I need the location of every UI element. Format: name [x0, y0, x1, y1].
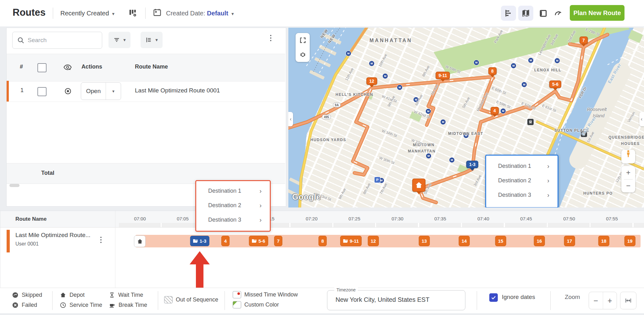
timezone-value: New York City, United States EST	[336, 296, 430, 303]
menu-item-destination-3[interactable]: Destination 3›	[486, 188, 558, 202]
menu-item-destination-1[interactable]: Destination 1›	[196, 184, 270, 198]
map-settings-button[interactable]	[299, 47, 307, 62]
check-icon	[491, 295, 496, 300]
gantt-stop-7[interactable]: 7	[274, 236, 282, 246]
gantt-stop-1-3[interactable]: 1-3	[190, 236, 209, 246]
more-options-kebab[interactable]	[270, 35, 271, 36]
gantt-stop-16[interactable]: 16	[534, 236, 545, 246]
fit-width-icon	[624, 297, 632, 304]
search-box[interactable]	[12, 32, 102, 49]
sort-button[interactable]: ▾	[141, 32, 163, 48]
folder-open-icon	[193, 239, 198, 243]
chevron-down-icon: ▾	[155, 37, 158, 43]
metro-icon: M	[449, 157, 455, 163]
gantt-stop-8[interactable]: 8	[319, 236, 327, 246]
map-marker-9-11[interactable]: 9-11	[436, 72, 450, 82]
ignore-dates-checkbox[interactable]	[489, 293, 498, 302]
custom-color-swatch	[233, 301, 241, 308]
gantt-stop-19[interactable]: 19	[625, 236, 636, 246]
metro-icon: M	[528, 58, 534, 63]
visibility-off-eye-icon[interactable]	[63, 63, 72, 72]
gantt-depot-stop[interactable]	[134, 235, 146, 247]
menu-item-destination-2[interactable]: Destination 2›	[196, 198, 270, 213]
destination-context-menu: Destination 1› Destination 2› Destinatio…	[195, 180, 271, 232]
page-title: Routes	[13, 7, 46, 18]
timeline-view-toggle[interactable]	[501, 6, 516, 21]
pegman-control[interactable]	[621, 150, 635, 163]
coffee-cup-icon	[109, 302, 115, 308]
timezone-field[interactable]: Timezone New York City, United States ES…	[327, 290, 465, 310]
map-depot-marker[interactable]	[412, 179, 425, 194]
menu-item-destination-1[interactable]: Destination 1›	[486, 159, 558, 173]
metro-icon: M	[554, 58, 560, 64]
timeline-column-route-name: Route Name	[15, 216, 47, 222]
map-label: Roosevelt	[587, 107, 607, 112]
collapse-right-panel-tab[interactable]: ‹	[639, 112, 644, 126]
gantt-stop-14[interactable]: 14	[459, 236, 470, 246]
time-tick: 07:00	[134, 216, 146, 221]
map-marker-1-3-selected[interactable]: 1-3	[466, 161, 478, 171]
routes-list-panel: ▾ ▾ # Actions Route Name 1 Open ▾ Last M…	[6, 28, 286, 207]
depot-house-icon	[137, 238, 143, 245]
metro-icon: M	[425, 108, 431, 114]
chevron-down-icon: ▾	[112, 11, 115, 17]
map-view-toggle[interactable]	[518, 6, 533, 21]
menu-item-destination-2[interactable]: Destination 2›	[486, 173, 558, 188]
filter-button[interactable]: ▾	[108, 32, 130, 48]
map-label: HUNTERS PO	[583, 191, 613, 196]
open-route-dropdown[interactable]: ▾	[106, 83, 121, 100]
map-zoom-out-button[interactable]: −	[626, 180, 630, 192]
legend-missed-time-window: Missed Time Window	[233, 291, 298, 298]
legend-custom-color: Custom Color	[233, 301, 279, 308]
focus-route-eye-icon[interactable]	[64, 87, 72, 95]
menu-item-destination-3[interactable]: Destination 3›	[196, 213, 270, 227]
select-all-checkbox[interactable]	[37, 63, 47, 72]
map-label: MANHATTAN	[369, 38, 412, 43]
open-route-button[interactable]: Open	[81, 83, 106, 100]
route-table-row[interactable]: 1 Open ▾ Last Mile Optimized Route 0001	[7, 81, 285, 102]
created-date-dropdown[interactable]: Created Date: Default▾	[166, 10, 234, 17]
gantt-stop-9-11[interactable]: 9-11	[340, 236, 362, 246]
map-marker-8[interactable]: 8	[488, 67, 497, 77]
plan-new-route-button[interactable]: Plan New Route	[570, 5, 625, 21]
sort-dropdown[interactable]: Recently Created▾	[60, 10, 114, 17]
timeline-zoom-in-button[interactable]: +	[603, 292, 617, 309]
route-row-number: 1	[20, 87, 24, 94]
gantt-stop-12[interactable]: 12	[368, 236, 379, 246]
gantt-stop-15[interactable]: 15	[495, 236, 506, 246]
google-attribution: Google	[292, 192, 321, 202]
map-marker-12[interactable]: 12	[366, 77, 377, 87]
metro-icon: M	[440, 119, 446, 125]
gantt-stop-18[interactable]: 18	[598, 236, 609, 246]
map-panel[interactable]: M M M M M M M M M M M M M M M M M P 9A 4…	[288, 28, 644, 207]
search-input[interactable]	[27, 32, 97, 48]
columns-settings-icon[interactable]	[128, 8, 138, 18]
gantt-stop-5-6[interactable]: 5-6	[249, 236, 268, 246]
route-color-accent	[7, 230, 10, 252]
map-zoom-in-button[interactable]: +	[626, 166, 630, 179]
time-tick: 07:40	[477, 216, 489, 221]
panel-view-toggle[interactable]	[536, 6, 551, 21]
map-marker-5-6[interactable]: 5-6	[549, 80, 561, 91]
dashboard-gauge-button[interactable]	[551, 6, 566, 21]
gantt-stop-4[interactable]: 4	[221, 236, 230, 246]
calendar-icon	[153, 8, 162, 17]
map-controls	[296, 33, 310, 62]
route-row-checkbox[interactable]	[37, 87, 47, 96]
panel-icon	[539, 9, 547, 17]
gantt-stop-17[interactable]: 17	[564, 236, 575, 246]
open-route-split-button[interactable]: Open ▾	[81, 82, 121, 100]
map-marker-4[interactable]: 4	[491, 107, 499, 117]
timeline-fit-width-button[interactable]	[620, 292, 636, 309]
timeline-zoom-out-button[interactable]: −	[589, 292, 603, 309]
gantt-stop-13[interactable]: 13	[419, 236, 430, 246]
collapse-left-panel-tab[interactable]: ‹	[288, 112, 293, 126]
gear-icon	[299, 51, 307, 58]
horizontal-scrollbar[interactable]	[9, 184, 19, 187]
route-options-kebab[interactable]	[100, 237, 102, 238]
tram-icon	[527, 119, 534, 125]
map-marker-7[interactable]: 7	[580, 36, 588, 47]
column-divider	[115, 211, 115, 288]
divider	[145, 8, 146, 19]
fullscreen-button[interactable]	[299, 33, 306, 47]
